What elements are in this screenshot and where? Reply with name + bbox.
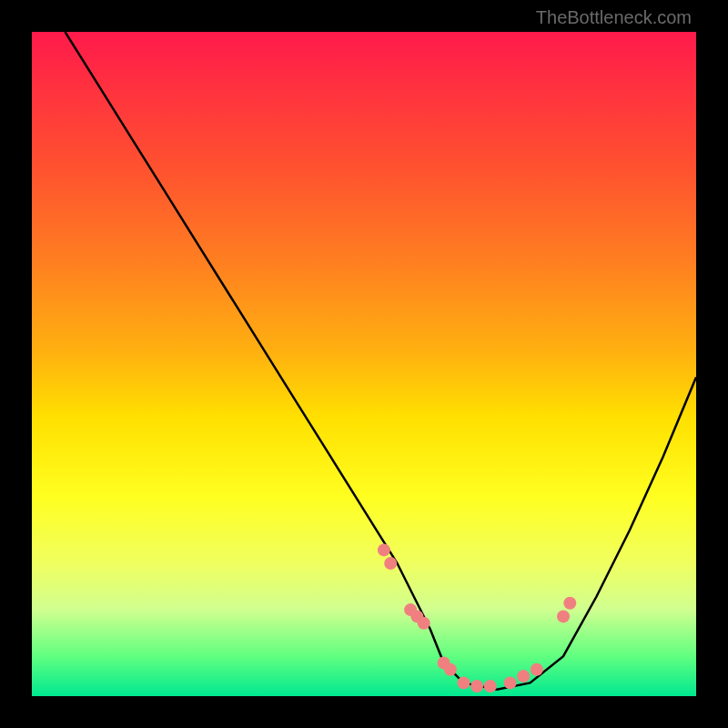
scatter-points <box>378 543 576 693</box>
scatter-point <box>438 657 450 670</box>
scatter-point <box>384 557 397 570</box>
scatter-point <box>531 663 543 676</box>
scatter-point <box>504 676 517 689</box>
scatter-point <box>404 603 417 616</box>
scatter-point <box>517 670 530 682</box>
bottleneck-curve-path <box>66 32 697 690</box>
scatter-point <box>418 617 430 630</box>
scatter-point <box>410 610 423 622</box>
scatter-point <box>444 663 457 676</box>
chart-svg <box>32 32 696 696</box>
scatter-point <box>458 676 470 689</box>
scatter-point <box>484 680 497 693</box>
scatter-point <box>563 597 576 610</box>
scatter-point <box>557 610 570 622</box>
scatter-point <box>470 680 483 693</box>
watermark-text: TheBottleneck.com <box>536 7 692 28</box>
scatter-point <box>378 543 390 556</box>
chart-container: TheBottleneck.com <box>0 0 728 728</box>
curve-line <box>66 32 697 690</box>
plot-area <box>32 32 696 696</box>
